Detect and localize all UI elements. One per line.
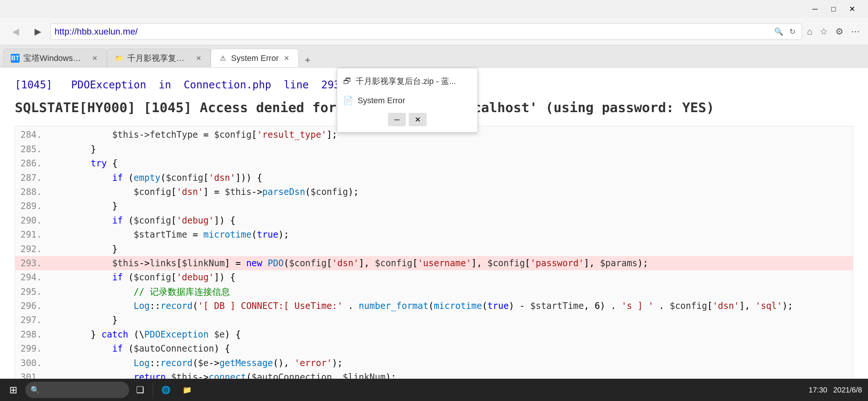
line-content-286: try {	[45, 156, 853, 170]
code-line-289: 289. }	[15, 199, 853, 213]
line-content-296: Log::record('[ DB ] CONNECT:[ UseTime:' …	[45, 299, 853, 313]
dropdown-item-icon-zip: 🗗	[343, 76, 351, 86]
close-button[interactable]: ✕	[844, 3, 861, 15]
line-num-298: 298.	[15, 327, 45, 342]
address-input[interactable]	[55, 26, 772, 37]
more-button[interactable]: ⋯	[849, 24, 862, 39]
exception-in-text: in	[159, 79, 171, 91]
code-line-300: 300. Log::record($e->getMessage(), 'erro…	[15, 356, 853, 370]
tab-close-baota[interactable]: ✕	[91, 53, 99, 63]
dropdown-actions: ─ ✕	[337, 110, 477, 129]
forward-button[interactable]: ▶	[28, 22, 47, 41]
line-content-285: }	[45, 142, 853, 156]
line-content-294: if ($config['debug']) {	[45, 270, 853, 284]
taskbar-divider	[153, 383, 153, 397]
line-num-290: 290.	[15, 213, 45, 228]
tab-system-error[interactable]: ⚠ System Error ✕	[211, 49, 299, 67]
line-content-297: }	[45, 313, 853, 327]
tab-label-error: System Error	[231, 53, 279, 63]
minimize-button[interactable]: ─	[806, 3, 823, 15]
dropdown-close-btn[interactable]: ✕	[409, 113, 427, 126]
dropdown-minimize-btn[interactable]: ─	[388, 113, 406, 126]
line-num-285: 285.	[15, 142, 45, 156]
line-num-294: 294.	[15, 270, 45, 284]
title-bar-buttons: ─ □ ✕	[806, 3, 861, 15]
line-content-288: $config['dsn'] = $this->parseDsn($config…	[45, 185, 853, 199]
code-line-299: 299. if ($autoConnection) {	[15, 342, 853, 356]
line-content-298: } catch (\PDOException $e) {	[45, 327, 853, 342]
dropdown-item-icon-error: 📄	[343, 96, 353, 105]
line-content-292: }	[45, 242, 853, 256]
code-line-294: 294. if ($config['debug']) {	[15, 270, 853, 284]
exception-file: Connection.php	[184, 79, 271, 91]
line-num-292: 292.	[15, 242, 45, 256]
taskbar-explorer-app[interactable]: 📁	[177, 380, 197, 400]
tab-favicon-zip: 📁	[115, 54, 124, 63]
dropdown-item-zip[interactable]: 🗗 千月影视享复后台.zip - 蓝...	[337, 71, 477, 91]
code-line-286: 286. try {	[15, 156, 853, 170]
dropdown-item-label-zip: 千月影视享复后台.zip - 蓝...	[356, 76, 456, 87]
browser-chrome: ◀ ▶ 🔍 ↻ ⌂ ☆ ⚙ ⋯	[0, 18, 868, 45]
line-num-284: 284.	[15, 128, 45, 142]
line-content-293: $this->links[$linkNum] = new PDO($config…	[45, 256, 853, 270]
new-tab-button[interactable]: +	[300, 52, 315, 67]
line-num-300: 300.	[15, 356, 45, 370]
exception-id-link[interactable]: [1045]	[15, 79, 52, 91]
tab-bar: BT 宝塔Windows面板 ✕ 📁 千月影视享复后台.zip - 蓝... ✕…	[0, 45, 868, 68]
line-num-289: 289.	[15, 199, 45, 213]
exception-line-label: line	[284, 79, 309, 91]
code-lines: 284. $this->fetchType = $config['result_…	[15, 128, 853, 379]
code-line-296: 296. Log::record('[ DB ] CONNECT:[ UseTi…	[15, 299, 853, 313]
line-content-287: if (empty($config['dsn'])) {	[45, 171, 853, 185]
taskbar-right-section: 17:30 2021/6/8	[809, 386, 865, 394]
line-content-301: return $this->connect($autoConnection, $…	[45, 370, 853, 379]
favorites-button[interactable]: ☆	[818, 24, 830, 39]
code-line-291: 291. $startTime = microtime(true);	[15, 228, 853, 242]
line-num-287: 287.	[15, 171, 45, 185]
code-line-285: 285. }	[15, 142, 853, 156]
search-button[interactable]: 🔍	[772, 26, 786, 38]
code-line-301: 301. return $this->connect($autoConnecti…	[15, 370, 853, 379]
taskbar-start-button[interactable]: ⊞	[3, 380, 24, 400]
line-content-299: if ($autoConnection) {	[45, 342, 853, 356]
line-num-295: 295.	[15, 285, 45, 299]
tab-favicon-error: ⚠	[218, 54, 227, 63]
tab-favicon-baota: BT	[11, 54, 20, 63]
line-content-300: Log::record($e->getMessage(), 'error');	[45, 356, 853, 370]
tab-zip[interactable]: 📁 千月影视享复后台.zip - 蓝... ✕	[107, 49, 211, 67]
taskbar-task-view-button[interactable]: ❑	[131, 380, 150, 400]
taskbar-date: 2021/6/8	[833, 386, 862, 394]
code-block: 284. $this->fetchType = $config['result_…	[15, 126, 853, 379]
line-num-288: 288.	[15, 185, 45, 199]
code-line-297: 297. }	[15, 313, 853, 327]
taskbar-ie-icon: 🌐	[161, 385, 171, 394]
taskbar-search-box[interactable]: 🔍	[25, 382, 129, 398]
taskbar-explorer-icon: 📁	[183, 385, 192, 394]
code-line-290: 290. if ($config['debug']) {	[15, 213, 853, 228]
code-line-287: 287. if (empty($config['dsn'])) {	[15, 171, 853, 185]
tab-close-zip[interactable]: ✕	[194, 53, 203, 63]
back-button[interactable]: ◀	[6, 22, 25, 41]
line-num-291: 291.	[15, 228, 45, 242]
tab-dropdown: 🗗 千月影视享复后台.zip - 蓝... 📄 System Error ─ ✕	[337, 68, 478, 133]
dropdown-item-label-error: System Error	[358, 96, 405, 105]
maximize-button[interactable]: □	[825, 3, 842, 15]
code-line-292: 292. }	[15, 242, 853, 256]
title-bar: ─ □ ✕	[0, 0, 868, 18]
line-num-299: 299.	[15, 342, 45, 356]
taskbar-time: 17:30	[809, 386, 827, 394]
taskbar-ie-app[interactable]: 🌐	[156, 380, 176, 400]
home-button[interactable]: ⌂	[805, 24, 815, 39]
taskbar-search-icon: 🔍	[30, 385, 40, 394]
code-line-293: 293. $this->links[$linkNum] = new PDO($c…	[15, 256, 853, 270]
settings-button[interactable]: ⚙	[833, 24, 846, 39]
tab-close-error[interactable]: ✕	[282, 53, 291, 63]
dropdown-item-error[interactable]: 📄 System Error	[337, 91, 477, 110]
line-content-290: if ($config['debug']) {	[45, 213, 853, 228]
tab-baota[interactable]: BT 宝塔Windows面板 ✕	[3, 49, 107, 67]
code-line-298: 298. } catch (\PDOException $e) {	[15, 327, 853, 342]
exception-class-link[interactable]: PDOException	[71, 79, 146, 91]
line-num-297: 297.	[15, 313, 45, 327]
refresh-button[interactable]: ↻	[787, 26, 798, 38]
tab-label-zip: 千月影视享复后台.zip - 蓝...	[127, 53, 191, 64]
